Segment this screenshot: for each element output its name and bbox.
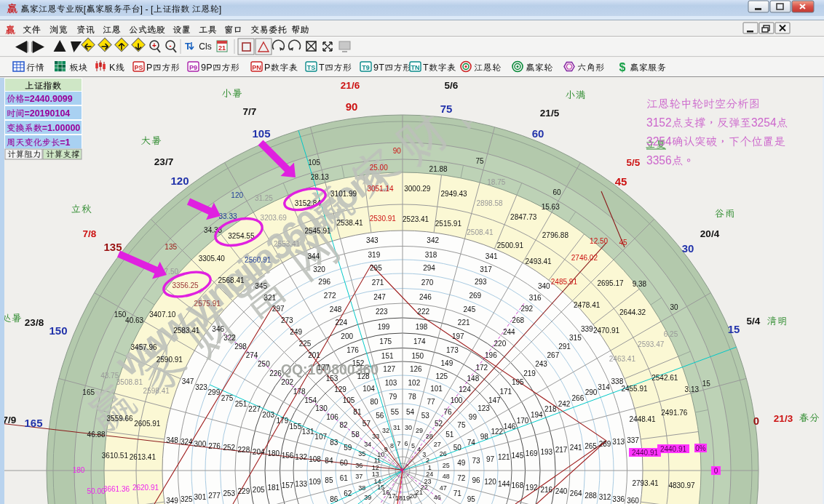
svg-text:2605.91: 2605.91 <box>134 420 161 428</box>
svg-text:144: 144 <box>498 480 510 488</box>
svg-text:3407.10: 3407.10 <box>149 311 176 319</box>
svg-text:252: 252 <box>223 444 235 452</box>
svg-text:228: 228 <box>238 446 250 454</box>
svg-text:15.63: 15.63 <box>542 203 560 211</box>
svg-text:21/6: 21/6 <box>341 80 360 91</box>
svg-text:120: 120 <box>484 478 496 486</box>
svg-text:75: 75 <box>457 421 466 429</box>
svg-text:31: 31 <box>393 424 400 431</box>
svg-text:174: 174 <box>413 337 426 345</box>
svg-text:PS: PS <box>134 64 143 71</box>
svg-text:105: 105 <box>252 127 270 140</box>
svg-text:2568.41: 2568.41 <box>218 276 245 284</box>
svg-text:146: 146 <box>504 423 516 431</box>
svg-text:171: 171 <box>499 388 512 396</box>
svg-text:82: 82 <box>340 421 349 429</box>
svg-text:294: 294 <box>423 264 435 272</box>
svg-text:177: 177 <box>317 364 330 372</box>
svg-text:203: 203 <box>262 411 274 419</box>
svg-text:201: 201 <box>308 351 320 359</box>
svg-text:3356.25: 3356.25 <box>173 281 199 289</box>
svg-text:341: 341 <box>486 252 498 260</box>
svg-text:153: 153 <box>326 375 338 383</box>
svg-text:2448.41: 2448.41 <box>630 415 657 423</box>
svg-text:130: 130 <box>315 404 328 412</box>
svg-text:48: 48 <box>443 473 450 480</box>
svg-text:52: 52 <box>435 420 443 428</box>
svg-text:346: 346 <box>212 325 224 333</box>
svg-text:18.75: 18.75 <box>487 178 505 186</box>
svg-text:172: 172 <box>475 364 488 372</box>
svg-text:2515.91: 2515.91 <box>435 220 462 228</box>
svg-text:147: 147 <box>488 396 501 404</box>
svg-text:219: 219 <box>523 369 536 377</box>
svg-text:77: 77 <box>427 398 435 406</box>
svg-text:126: 126 <box>410 365 422 373</box>
svg-text:340: 340 <box>538 282 550 290</box>
svg-text:217: 217 <box>555 446 568 454</box>
svg-text:169: 169 <box>526 449 538 457</box>
svg-text:9P: 9P <box>201 63 213 73</box>
svg-text:28: 28 <box>426 433 433 440</box>
svg-text:342: 342 <box>427 236 439 244</box>
svg-text:176: 176 <box>346 346 359 354</box>
svg-text:120: 120 <box>231 191 243 199</box>
svg-text:39: 39 <box>364 494 371 501</box>
svg-text:3051.14: 3051.14 <box>367 185 394 193</box>
svg-text:277: 277 <box>208 492 221 500</box>
svg-text:108: 108 <box>309 455 321 463</box>
svg-text:272: 272 <box>324 292 336 300</box>
svg-text:150: 150 <box>49 324 67 337</box>
svg-text:59: 59 <box>344 444 352 452</box>
svg-text:149: 149 <box>441 359 453 367</box>
svg-text:19: 19 <box>403 495 410 502</box>
svg-text:76: 76 <box>444 408 453 416</box>
svg-text:9T: 9T <box>373 63 384 73</box>
svg-text:73: 73 <box>472 457 481 465</box>
svg-text:9: 9 <box>384 446 388 453</box>
svg-text:299: 299 <box>208 388 221 396</box>
svg-text:=1.00000: =1.00000 <box>42 123 81 133</box>
svg-text:60: 60 <box>340 459 349 467</box>
svg-text:75: 75 <box>440 103 453 115</box>
svg-text:317: 317 <box>480 265 492 273</box>
svg-text:199: 199 <box>378 323 390 331</box>
svg-text:131: 131 <box>302 428 314 436</box>
svg-text:129: 129 <box>334 385 346 393</box>
svg-text:145: 145 <box>512 452 524 460</box>
svg-text:40.63: 40.63 <box>125 316 143 324</box>
svg-text:319: 319 <box>368 251 381 259</box>
svg-text:193: 193 <box>540 448 552 456</box>
svg-text:53: 53 <box>421 412 430 420</box>
svg-text:84: 84 <box>325 457 333 465</box>
svg-text:106: 106 <box>326 413 338 421</box>
svg-text:3203.69: 3203.69 <box>261 214 288 222</box>
svg-text:321: 321 <box>264 294 276 302</box>
svg-text:2530.91: 2530.91 <box>370 215 397 223</box>
svg-text:3661.36: 3661.36 <box>103 485 130 493</box>
svg-text:245: 245 <box>464 305 476 313</box>
svg-text:345: 345 <box>255 282 267 290</box>
svg-text:2949.43: 2949.43 <box>441 190 468 198</box>
svg-text:54: 54 <box>406 408 415 416</box>
svg-text:2542.61: 2542.61 <box>651 374 678 382</box>
svg-text:T: T <box>185 41 191 52</box>
svg-text:339: 339 <box>581 325 593 333</box>
svg-text:7/7: 7/7 <box>243 106 257 117</box>
svg-text:3: 3 <box>422 451 426 458</box>
svg-text:225: 225 <box>299 340 312 348</box>
svg-text:23/8: 23/8 <box>25 317 44 328</box>
svg-text:205: 205 <box>253 486 265 494</box>
svg-text:3152: 3152 <box>646 116 672 129</box>
svg-text:120: 120 <box>170 175 189 187</box>
svg-text:121: 121 <box>498 453 510 461</box>
svg-text:226: 226 <box>269 369 282 377</box>
svg-text:21/5: 21/5 <box>540 108 560 119</box>
svg-text:-: - <box>169 41 171 49</box>
svg-text:31.25: 31.25 <box>255 194 273 202</box>
svg-text:11: 11 <box>374 457 381 464</box>
svg-text:151: 151 <box>381 352 394 360</box>
svg-text:269: 269 <box>469 292 481 300</box>
svg-text:2560.91: 2560.91 <box>245 256 272 264</box>
svg-text:2470.91: 2470.91 <box>593 327 620 335</box>
